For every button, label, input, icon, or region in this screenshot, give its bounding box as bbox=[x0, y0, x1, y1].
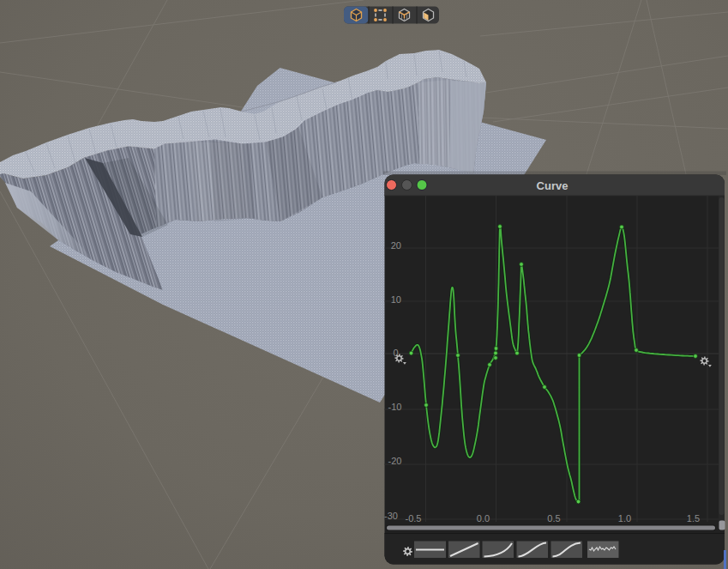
svg-text:-20: -20 bbox=[388, 456, 402, 466]
svg-text:1.5: 1.5 bbox=[687, 513, 700, 524]
svg-text:-30: -30 bbox=[384, 511, 398, 521]
svg-text:1.0: 1.0 bbox=[618, 513, 631, 524]
svg-text:Curve: Curve bbox=[537, 179, 569, 192]
svg-text:0.0: 0.0 bbox=[477, 513, 490, 524]
svg-text:-10: -10 bbox=[388, 402, 402, 412]
svg-text:-0.5: -0.5 bbox=[406, 513, 422, 524]
svg-text:0.5: 0.5 bbox=[547, 513, 560, 524]
svg-text:20: 20 bbox=[391, 240, 401, 251]
svg-text:10: 10 bbox=[391, 294, 401, 305]
